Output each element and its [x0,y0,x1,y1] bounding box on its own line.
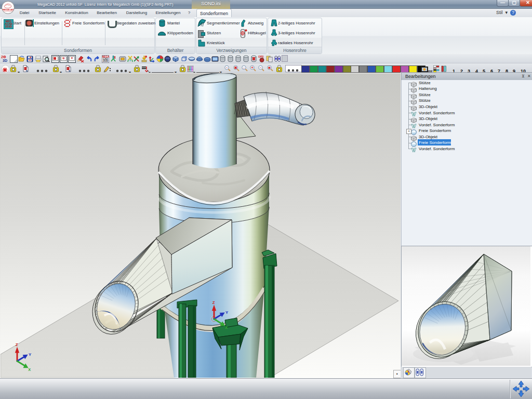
svg-text:MEGACAD: MEGACAD [3,8,14,11]
svg-text:OPS: OPS [258,55,264,58]
svg-text:2ϴ: 2ϴ [1,55,6,59]
svg-text:✛: ✛ [251,66,254,69]
svg-text:Y: Y [29,352,32,357]
svg-text:X: X [225,325,228,330]
svg-text:X: X [28,367,31,372]
svg-text:◉: ◉ [268,66,271,69]
svg-text:–: – [260,66,261,69]
svg-text:↔: ↔ [243,66,246,69]
svg-text:–: – [226,66,228,69]
svg-text:Z: Z [212,300,215,305]
svg-text:3D: 3D [3,59,7,62]
svg-text:Z: Z [16,342,18,347]
svg-text:▣: ▣ [234,66,237,69]
svg-text:Y: Y [225,310,229,315]
